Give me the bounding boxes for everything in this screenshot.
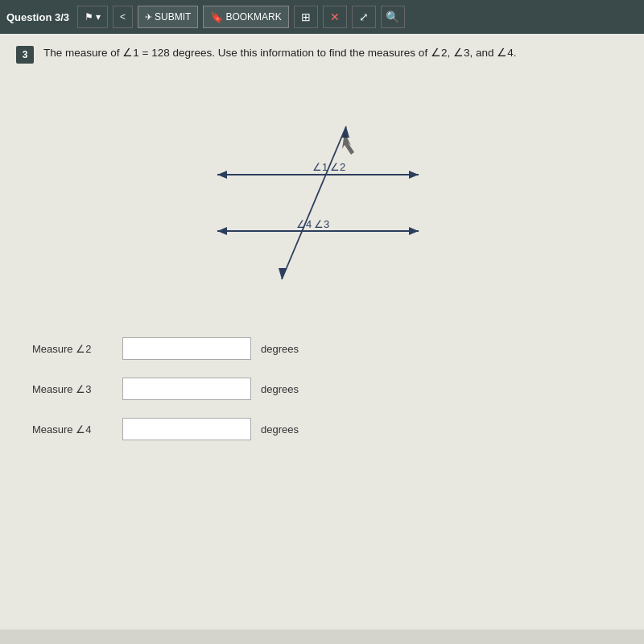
close-button[interactable]: ✕ bbox=[323, 6, 347, 28]
measure4-label: Measure ∠4 bbox=[32, 423, 113, 436]
close-icon: ✕ bbox=[330, 10, 340, 23]
top-nav-bar: Question 3/3 ⚑ ▾ < ✈ SUBMIT 🔖 BOOKMARK ⊞… bbox=[0, 0, 644, 34]
alert-icon: ⚑ bbox=[85, 11, 93, 23]
question-number: 3 bbox=[16, 46, 34, 64]
bookmark-button[interactable]: 🔖 BOOKMARK bbox=[203, 6, 288, 28]
main-content: 3 The measure of ∠1 = 128 degrees. Use t… bbox=[0, 34, 644, 644]
measure4-input[interactable] bbox=[122, 418, 251, 440]
chevron-down-icon: ▾ bbox=[96, 11, 101, 23]
svg-line-6 bbox=[282, 126, 346, 279]
bookmark-label: BOOKMARK bbox=[225, 11, 281, 23]
answer-section: Measure ∠2 degrees Measure ∠3 degrees Me… bbox=[16, 329, 628, 466]
question-label: Question 3/3 bbox=[6, 11, 69, 23]
expand-button[interactable]: ⤢ bbox=[352, 6, 376, 28]
expand-icon: ⤢ bbox=[359, 10, 369, 23]
measure3-label: Measure ∠3 bbox=[32, 383, 113, 395]
measure4-degrees: degrees bbox=[261, 423, 299, 436]
svg-marker-4 bbox=[217, 227, 227, 235]
question-text: The measure of ∠1 = 128 degrees. Use thi… bbox=[43, 45, 516, 61]
measure3-input[interactable] bbox=[122, 378, 251, 400]
measure2-label: Measure ∠2 bbox=[32, 343, 113, 355]
submit-button[interactable]: ✈ SUBMIT bbox=[138, 6, 198, 28]
grid-button[interactable]: ⊞ bbox=[294, 6, 318, 28]
svg-marker-5 bbox=[409, 227, 419, 235]
measure2-input[interactable] bbox=[122, 337, 251, 360]
submit-arrow-icon: ✈ bbox=[145, 12, 152, 23]
measure2-degrees: degrees bbox=[261, 343, 299, 355]
back-arrow-icon: < bbox=[120, 11, 126, 23]
alert-button[interactable]: ⚑ ▾ bbox=[77, 6, 108, 28]
measure4-row: Measure ∠4 degrees bbox=[32, 418, 612, 440]
svg-text:∠1: ∠1 bbox=[312, 161, 328, 173]
measure3-row: Measure ∠3 degrees bbox=[32, 378, 612, 400]
diagram-container: ∠1 ∠2 ∠4 ∠3 bbox=[16, 80, 628, 305]
svg-marker-1 bbox=[217, 171, 227, 179]
grid-icon: ⊞ bbox=[301, 10, 311, 23]
svg-marker-2 bbox=[409, 171, 419, 179]
search-icon: 🔍 bbox=[386, 10, 399, 23]
svg-text:∠3: ∠3 bbox=[314, 218, 329, 230]
measure2-row: Measure ∠2 degrees bbox=[32, 337, 612, 360]
search-button[interactable]: 🔍 bbox=[381, 6, 405, 28]
svg-text:∠4: ∠4 bbox=[296, 218, 312, 230]
question-header: 3 The measure of ∠1 = 128 degrees. Use t… bbox=[16, 45, 628, 64]
bookmark-icon: 🔖 bbox=[210, 11, 223, 23]
measure3-degrees: degrees bbox=[261, 383, 299, 395]
svg-text:∠2: ∠2 bbox=[330, 161, 345, 173]
angle-diagram: ∠1 ∠2 ∠4 ∠3 bbox=[169, 80, 475, 305]
question-panel: 3 The measure of ∠1 = 128 degrees. Use t… bbox=[0, 34, 644, 630]
back-button[interactable]: < bbox=[113, 6, 133, 28]
submit-label: SUBMIT bbox=[155, 11, 191, 23]
